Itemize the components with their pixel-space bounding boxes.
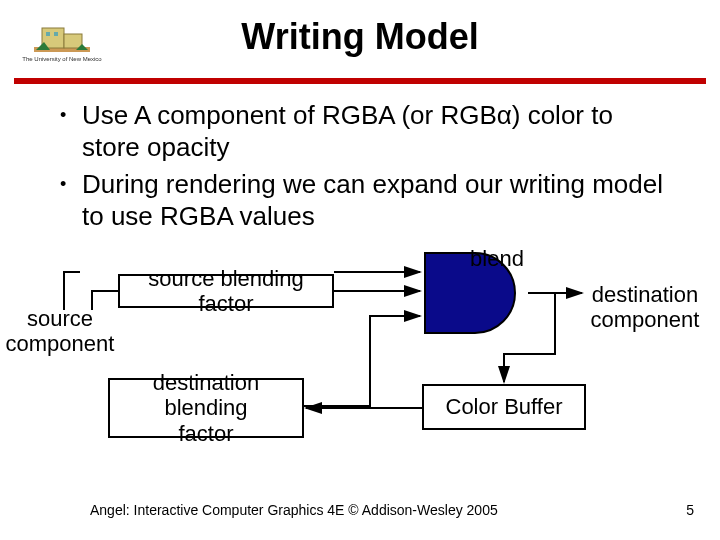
footer-text: Angel: Interactive Computer Graphics 4E … xyxy=(90,502,498,518)
bullet-text: During rendering we can expand our writi… xyxy=(82,169,666,232)
destination-component-label: destination component xyxy=(580,282,710,333)
destination-blending-factor-box: destination blending factor xyxy=(108,378,304,438)
color-buffer-box: Color Buffer xyxy=(422,384,586,430)
source-component-label: source component xyxy=(0,306,120,357)
bullet-list: • Use A component of RGBA (or RGBα) colo… xyxy=(60,100,666,239)
page-title: Writing Model xyxy=(0,16,720,58)
slide: The University of New Mexico Writing Mod… xyxy=(0,0,720,540)
list-item: • Use A component of RGBA (or RGBα) colo… xyxy=(60,100,666,163)
bullet-text: Use A component of RGBA (or RGBα) color … xyxy=(82,100,666,163)
list-item: • During rendering we can expand our wri… xyxy=(60,169,666,232)
bullet-dot-icon: • xyxy=(60,169,82,232)
title-rule xyxy=(14,78,706,84)
page-number: 5 xyxy=(686,502,694,518)
diagram: source component source blending factor … xyxy=(0,266,720,466)
source-blending-factor-box: source blending factor xyxy=(118,274,334,308)
blend-label: blend xyxy=(452,246,542,271)
bullet-dot-icon: • xyxy=(60,100,82,163)
